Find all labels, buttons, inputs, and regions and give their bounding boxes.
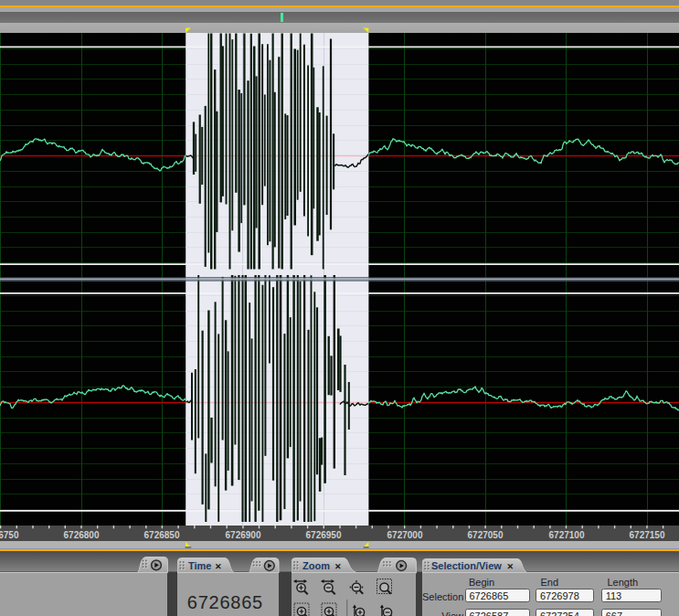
svg-text:✕: ✕: [215, 561, 222, 570]
svg-text:✕: ✕: [334, 561, 342, 570]
svg-text:Time: Time: [188, 560, 211, 571]
svg-text:✕: ✕: [507, 561, 515, 570]
svg-text:Selection/View: Selection/View: [431, 560, 502, 571]
svg-text:Zoom: Zoom: [302, 560, 330, 571]
